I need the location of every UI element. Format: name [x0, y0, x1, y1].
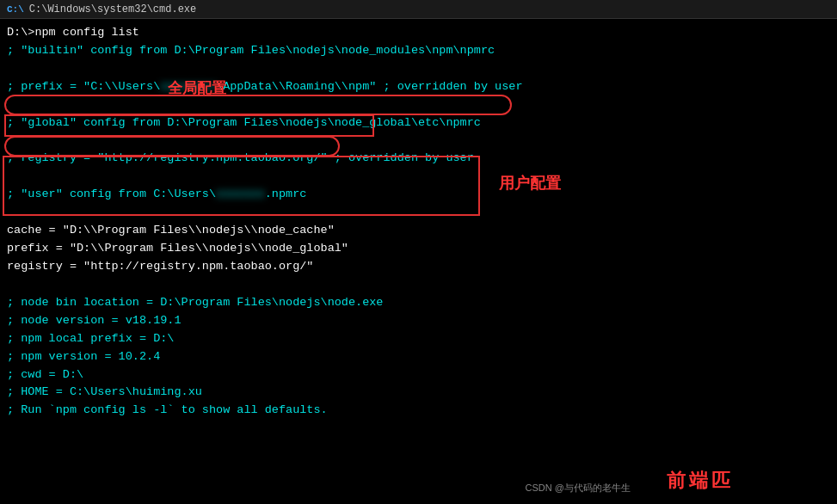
line-21: ; HOME = C:\Users\huiming.xu — [7, 384, 830, 402]
csdn-annotation: CSDN @与代码的老牛生 — [526, 481, 631, 495]
title-bar: C:\ C:\Windows\system32\cmd.exe — [0, 0, 837, 19]
line-4: ; prefix = "C:\\Users\xxxxxxxx\AppData\\… — [7, 78, 830, 96]
line-6: ; "global" config from D:\Program Files\… — [7, 114, 830, 132]
line-20: ; cwd = D:\ — [7, 366, 830, 384]
line-14: registry = "http://registry.npm.taobao.o… — [7, 258, 830, 276]
line-5 — [7, 96, 830, 114]
line-13: prefix = "D:\\Program Files\\nodejs\\nod… — [7, 240, 830, 258]
line-1: D:\>npm config list — [7, 24, 830, 42]
line-9 — [7, 168, 830, 186]
line-8: ; registry = "http://registry.npm.taobao… — [7, 150, 830, 168]
line-22: ; Run `npm config ls -l` to show all def… — [7, 402, 830, 420]
line-18: ; npm local prefix = D:\ — [7, 330, 830, 348]
terminal-body: D:\>npm config list ; "builtin" config f… — [0, 19, 837, 504]
line-7 — [7, 132, 830, 151]
line-11 — [7, 204, 830, 222]
window-title: C:\Windows\system32\cmd.exe — [29, 3, 196, 15]
line-16: ; node bin location = D:\Program Files\n… — [7, 294, 830, 312]
quanju-annotation: 全局配置 — [168, 77, 226, 100]
line-12: cache = "D:\\Program Files\\nodejs\\node… — [7, 222, 830, 240]
line-10: ; "user" config from C:\Users\xxxxxxx.np… — [7, 186, 830, 204]
qianduan-annotation: 前端匹 — [667, 466, 734, 495]
yonghu-annotation: 用户配置 — [499, 172, 561, 196]
line-17: ; node version = v18.19.1 — [7, 312, 830, 330]
cmd-icon: C:\ — [7, 4, 24, 15]
line-19: ; npm version = 10.2.4 — [7, 348, 830, 366]
line-15 — [7, 276, 830, 294]
line-2: ; "builtin" config from D:\Program Files… — [7, 42, 830, 60]
line-3 — [7, 60, 830, 78]
